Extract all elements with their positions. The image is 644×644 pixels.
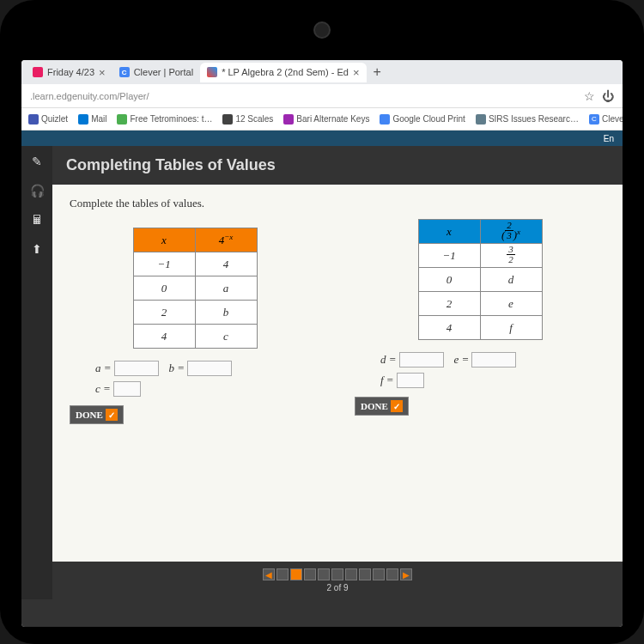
pager-bar: ◀ ▶ 2 of 9 — [52, 562, 623, 599]
language-indicator[interactable]: En — [604, 134, 614, 143]
app-top-bar: En — [21, 131, 623, 146]
cell-y: 32 — [480, 244, 542, 268]
table-header-x: x — [133, 228, 195, 252]
pager-page-6[interactable] — [345, 568, 357, 580]
bookmark-icon — [78, 114, 88, 125]
cell-x: −1 — [133, 252, 195, 276]
pager-page-2[interactable] — [290, 568, 302, 580]
check-icon: ✓ — [106, 409, 118, 421]
pager-page-5[interactable] — [331, 568, 343, 580]
cell-y: b — [195, 301, 257, 325]
cell-x: 0 — [133, 276, 195, 301]
cell-x: 4 — [133, 325, 195, 349]
table-header-fx: 4−x — [195, 228, 257, 252]
cell-y: c — [195, 325, 257, 349]
bookmark-icon — [380, 114, 390, 125]
pager-page-3[interactable] — [304, 568, 316, 580]
dock — [21, 599, 623, 627]
bookmarks-bar: Quizlet Mail Free Tetrominoes: t… 12 Sca… — [21, 108, 623, 131]
tab-icon — [207, 67, 217, 77]
lesson-title: Completing Tables of Values — [52, 146, 623, 185]
input-d-field[interactable] — [399, 352, 444, 368]
pager-prev[interactable]: ◀ — [263, 568, 275, 580]
bookmark-icon — [222, 114, 233, 125]
bookmark-icon — [117, 114, 127, 125]
cell-x: 2 — [133, 301, 195, 325]
pager-page-8[interactable] — [373, 568, 385, 580]
input-c: c = — [95, 381, 141, 397]
input-b: b = — [169, 361, 233, 376]
bookmark-tetrominoes[interactable]: Free Tetrominoes: t… — [114, 112, 215, 126]
tab-icon: C — [119, 67, 130, 77]
pager-text: 2 of 9 — [326, 583, 348, 592]
input-c-field[interactable] — [113, 381, 141, 397]
table-header-fx: (23)x — [480, 220, 542, 244]
cell-x: 2 — [418, 292, 480, 316]
device-camera — [313, 21, 331, 39]
url-text: .learn.edgenuity.com/Player/ — [30, 91, 584, 101]
pager-next[interactable]: ▶ — [400, 568, 412, 580]
input-d: d = — [380, 352, 444, 368]
pager-page-9[interactable] — [386, 568, 398, 580]
sidebar: ✎ 🎧 🖩 ⬆ — [21, 146, 52, 599]
bookmark-clever[interactable]: CClever | Portal — [586, 112, 623, 126]
pencil-icon[interactable]: ✎ — [28, 153, 46, 170]
cell-y: f — [480, 316, 542, 340]
power-icon[interactable]: ⏻ — [602, 89, 614, 103]
cell-y: 4 — [195, 252, 257, 276]
tab-label: * LP Algebra 2 (2nd Sem) - Ed — [222, 67, 349, 77]
pager-page-1[interactable] — [276, 568, 289, 580]
headphones-icon[interactable]: 🎧 — [28, 182, 46, 199]
check-icon: ✓ — [391, 400, 403, 412]
up-arrow-icon[interactable]: ⬆ — [28, 240, 46, 258]
input-f: f = — [380, 373, 424, 388]
star-icon[interactable]: ☆ — [584, 89, 595, 103]
cell-y: e — [480, 292, 542, 316]
tab-friday[interactable]: Friday 4/23 × — [26, 63, 112, 82]
input-e-field[interactable] — [471, 352, 516, 368]
close-icon[interactable]: × — [353, 66, 360, 79]
table-orange: x 4−x −14 0a 2b 4c — [133, 228, 258, 349]
cell-x: 4 — [418, 316, 480, 340]
tab-edgenuity[interactable]: * LP Algebra 2 (2nd Sem) - Ed × — [200, 63, 366, 82]
cell-x: 0 — [418, 268, 480, 292]
bookmark-quizlet[interactable]: Quizlet — [26, 112, 70, 126]
browser-tabs-bar: Friday 4/23 × C Clever | Portal * LP Alg… — [21, 60, 623, 84]
tab-label: Friday 4/23 — [47, 67, 94, 77]
tab-label: Clever | Portal — [134, 67, 194, 77]
address-bar[interactable]: .learn.edgenuity.com/Player/ ☆ ⏻ — [21, 84, 623, 108]
cell-y: d — [480, 268, 542, 292]
tab-clever[interactable]: C Clever | Portal — [112, 64, 201, 81]
bookmark-cloud-print[interactable]: Google Cloud Print — [377, 112, 468, 126]
close-icon[interactable]: × — [99, 66, 106, 79]
bookmark-icon — [283, 114, 294, 125]
new-tab-button[interactable]: + — [367, 64, 388, 80]
bookmark-icon: C — [589, 114, 599, 125]
table-blue: x (23)x −132 0d 2e 4f — [418, 219, 543, 340]
cell-x: −1 — [418, 244, 480, 268]
input-e: e = — [454, 352, 517, 368]
table-header-x: x — [418, 220, 480, 244]
done-button[interactable]: DONE ✓ — [70, 405, 124, 424]
bookmark-icon — [476, 114, 486, 125]
bookmark-bari[interactable]: Bari Alternate Keys — [281, 112, 372, 126]
bookmark-mail[interactable]: Mail — [76, 112, 109, 126]
bookmark-sirs[interactable]: SIRS Issues Researc… — [473, 112, 581, 126]
done-button[interactable]: DONE ✓ — [355, 397, 409, 416]
pager-page-7[interactable] — [359, 568, 371, 580]
tab-icon — [33, 67, 43, 77]
input-a: a = — [95, 361, 159, 376]
input-f-field[interactable] — [397, 373, 424, 388]
input-b-field[interactable] — [187, 361, 232, 376]
bookmark-icon — [28, 114, 39, 125]
bookmark-scales[interactable]: 12 Scales — [220, 112, 276, 126]
pager-page-4[interactable] — [318, 568, 330, 580]
cell-y: a — [195, 276, 257, 301]
calculator-icon[interactable]: 🖩 — [28, 211, 46, 228]
lesson-prompt: Complete the tables of values. — [70, 197, 605, 210]
input-a-field[interactable] — [114, 361, 159, 376]
